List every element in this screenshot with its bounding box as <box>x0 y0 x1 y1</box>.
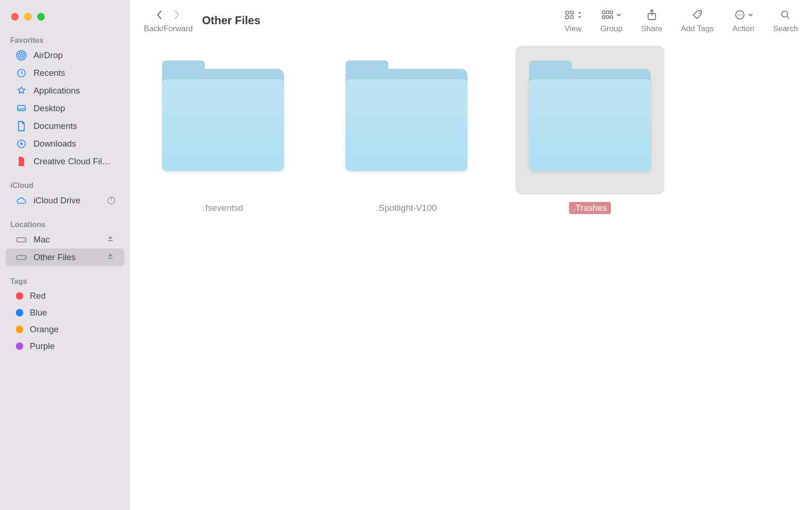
tag-dot-icon <box>16 309 23 316</box>
window-controls <box>0 13 130 20</box>
zoom-window-button[interactable] <box>37 13 45 20</box>
tag-dot-icon <box>16 292 23 300</box>
sidebar-item-label: Downloads <box>34 139 116 149</box>
sidebar-item-documents[interactable]: Documents <box>6 117 124 135</box>
svg-point-0 <box>20 54 23 57</box>
content-area[interactable]: .fseventsd .Spotlight-V100 .Trashes <box>130 38 812 510</box>
toolbar-button-label: Share <box>641 24 662 34</box>
share-button[interactable]: Share <box>641 8 662 34</box>
applications-icon <box>16 85 27 96</box>
svg-point-26 <box>741 14 742 15</box>
sidebar-item-label: Recents <box>34 68 116 78</box>
toolbar: Back/Forward Other Files View <box>130 0 812 38</box>
download-icon <box>16 138 27 149</box>
sidebar-item-tag-red[interactable]: Red <box>6 288 124 304</box>
section-header-favorites: Favorites <box>0 34 130 47</box>
folder-item[interactable]: .Trashes <box>515 46 664 214</box>
sidebar-item-desktop[interactable]: Desktop <box>6 100 124 117</box>
sidebar-item-label: Documents <box>34 121 116 131</box>
sidebar-item-tag-purple[interactable]: Purple <box>6 338 124 355</box>
group-icon <box>602 10 614 20</box>
folder-label: .Spotlight-V100 <box>372 202 440 214</box>
grid-view-icon <box>564 10 575 20</box>
page-title: Other Files <box>202 14 260 27</box>
nav-block: Back/Forward <box>144 8 193 34</box>
sidebar-item-label: Purple <box>30 341 116 351</box>
folder-thumb <box>332 46 481 195</box>
sidebar-item-other-files[interactable]: Other Files <box>6 248 124 266</box>
svg-rect-15 <box>602 11 605 14</box>
desktop-icon <box>16 103 27 114</box>
svg-rect-20 <box>610 16 613 19</box>
minimize-window-button[interactable] <box>24 13 32 20</box>
tag-dot-icon <box>16 342 23 350</box>
sidebar-item-label: Orange <box>30 324 116 335</box>
svg-rect-12 <box>570 11 573 14</box>
svg-point-1 <box>19 53 25 59</box>
sidebar-item-airdrop[interactable]: AirDrop <box>6 47 124 64</box>
folder-thumb <box>515 46 664 195</box>
svg-point-24 <box>738 14 738 15</box>
search-button[interactable]: Search <box>773 8 798 34</box>
svg-rect-17 <box>610 11 613 14</box>
svg-rect-13 <box>565 16 568 19</box>
progress-icon <box>107 196 116 205</box>
back-button[interactable] <box>156 10 164 20</box>
tag-icon <box>692 9 703 20</box>
folder-icon <box>162 69 284 171</box>
folder-label: .fseventsd <box>199 202 247 214</box>
nav-label: Back/Forward <box>144 24 193 34</box>
sidebar: Favorites AirDrop Recents Applications D… <box>0 0 130 510</box>
action-button[interactable]: Action <box>732 8 754 34</box>
action-icon <box>734 9 745 20</box>
folder-label: .Trashes <box>569 202 610 214</box>
sidebar-item-label: Other Files <box>34 252 100 262</box>
toolbar-button-label: Group <box>601 24 623 34</box>
svg-point-25 <box>739 14 740 15</box>
view-button[interactable]: View <box>564 8 582 34</box>
group-button[interactable]: Group <box>601 8 623 34</box>
eject-icon[interactable] <box>107 253 116 262</box>
folder-thumb <box>149 46 298 195</box>
sidebar-item-tag-blue[interactable]: Blue <box>6 304 124 321</box>
sidebar-item-tag-orange[interactable]: Orange <box>6 321 124 338</box>
sidebar-item-recents[interactable]: Recents <box>6 64 124 82</box>
sidebar-item-label: AirDrop <box>34 50 116 60</box>
sidebar-item-mac[interactable]: Mac <box>6 231 124 248</box>
svg-point-22 <box>698 13 700 14</box>
toolbar-button-label: Add Tags <box>681 24 714 34</box>
sidebar-item-label: Applications <box>34 86 116 96</box>
folder-item[interactable]: .fseventsd <box>149 46 298 214</box>
main-content: Back/Forward Other Files View <box>130 0 812 510</box>
section-header-locations: Locations <box>0 218 130 231</box>
sidebar-item-applications[interactable]: Applications <box>6 82 124 100</box>
toolbar-button-label: Action <box>732 24 754 34</box>
toolbar-button-label: View <box>564 24 582 34</box>
sidebar-item-label: Creative Cloud Fil… <box>34 156 116 167</box>
svg-point-10 <box>24 257 25 258</box>
share-icon <box>647 9 657 21</box>
folder-item[interactable]: .Spotlight-V100 <box>332 46 481 214</box>
cloud-icon <box>16 195 27 206</box>
svg-point-8 <box>24 240 25 241</box>
forward-button[interactable] <box>172 10 181 20</box>
eject-icon[interactable] <box>107 235 116 244</box>
section-header-icloud: iCloud <box>0 179 130 192</box>
sidebar-item-creative-cloud[interactable]: Creative Cloud Fil… <box>6 153 124 170</box>
sidebar-item-icloud-drive[interactable]: iCloud Drive <box>6 192 124 209</box>
sidebar-item-label: Red <box>30 291 116 301</box>
sidebar-item-downloads[interactable]: Downloads <box>6 135 124 153</box>
file-icon <box>16 156 27 167</box>
search-icon <box>780 10 791 20</box>
item-grid: .fseventsd .Spotlight-V100 .Trashes <box>149 46 793 214</box>
svg-point-27 <box>782 11 788 17</box>
close-window-button[interactable] <box>11 13 19 20</box>
chevron-down-icon <box>748 13 753 17</box>
drive-icon <box>16 234 27 245</box>
svg-rect-18 <box>602 16 605 19</box>
add-tags-button[interactable]: Add Tags <box>681 8 714 34</box>
sidebar-item-label: iCloud Drive <box>34 195 100 206</box>
stepper-icon <box>577 10 582 20</box>
folder-icon <box>345 69 467 171</box>
svg-rect-19 <box>607 16 609 19</box>
